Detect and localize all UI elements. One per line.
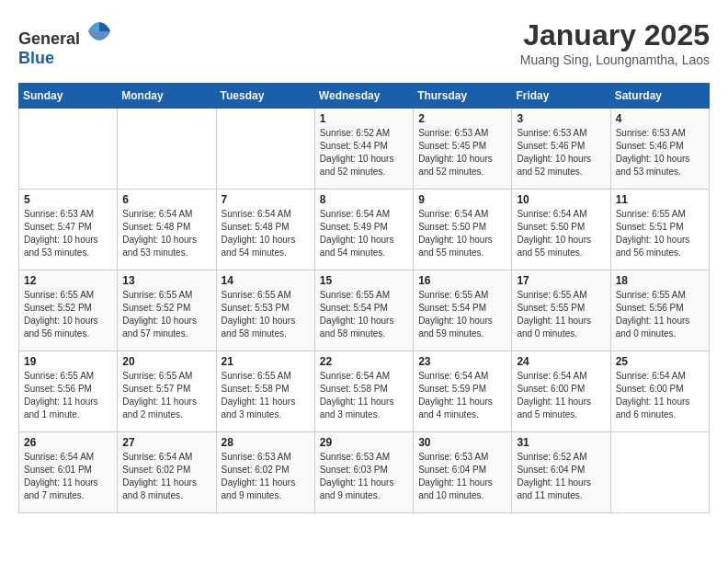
calendar-cell: 9Sunrise: 6:54 AM Sunset: 5:50 PM Daylig… [414, 190, 512, 270]
day-detail: Sunrise: 6:55 AM Sunset: 5:57 PM Dayligh… [122, 370, 210, 421]
day-header: Wednesday [314, 84, 413, 109]
logo-text-general: General [18, 29, 80, 48]
calendar-cell: 4Sunrise: 6:53 AM Sunset: 5:46 PM Daylig… [610, 109, 709, 190]
calendar-cell: 3Sunrise: 6:53 AM Sunset: 5:46 PM Daylig… [512, 109, 610, 190]
calendar-week-row: 19Sunrise: 6:55 AM Sunset: 5:56 PM Dayli… [19, 351, 710, 432]
day-detail: Sunrise: 6:53 AM Sunset: 5:46 PM Dayligh… [517, 127, 605, 178]
calendar-cell: 26Sunrise: 6:54 AM Sunset: 6:01 PM Dayli… [19, 432, 118, 513]
day-number: 22 [320, 355, 408, 368]
day-number: 14 [222, 274, 310, 287]
day-detail: Sunrise: 6:53 AM Sunset: 5:47 PM Dayligh… [24, 208, 112, 259]
day-detail: Sunrise: 6:55 AM Sunset: 5:55 PM Dayligh… [517, 289, 605, 340]
calendar-cell: 21Sunrise: 6:55 AM Sunset: 5:58 PM Dayli… [216, 351, 314, 432]
calendar-title: January 2025 [520, 18, 710, 52]
day-detail: Sunrise: 6:54 AM Sunset: 5:49 PM Dayligh… [320, 208, 408, 259]
day-number: 16 [418, 274, 506, 287]
day-number: 6 [122, 193, 210, 206]
day-number: 10 [517, 193, 605, 206]
day-detail: Sunrise: 6:54 AM Sunset: 6:01 PM Dayligh… [24, 451, 112, 502]
day-detail: Sunrise: 6:55 AM Sunset: 5:51 PM Dayligh… [616, 208, 704, 259]
day-header: Friday [512, 84, 610, 109]
day-detail: Sunrise: 6:55 AM Sunset: 5:58 PM Dayligh… [222, 370, 310, 421]
title-section: January 2025 Muang Sing, Loungnamtha, La… [520, 18, 710, 67]
calendar-subtitle: Muang Sing, Loungnamtha, Laos [520, 52, 710, 67]
calendar-cell: 7Sunrise: 6:54 AM Sunset: 5:48 PM Daylig… [216, 190, 314, 270]
day-detail: Sunrise: 6:53 AM Sunset: 5:45 PM Dayligh… [418, 127, 506, 178]
day-detail: Sunrise: 6:52 AM Sunset: 5:44 PM Dayligh… [320, 127, 408, 178]
day-detail: Sunrise: 6:53 AM Sunset: 6:03 PM Dayligh… [320, 451, 408, 502]
day-detail: Sunrise: 6:54 AM Sunset: 5:58 PM Dayligh… [320, 370, 408, 421]
calendar-cell: 17Sunrise: 6:55 AM Sunset: 5:55 PM Dayli… [512, 270, 610, 351]
calendar-cell [118, 109, 216, 190]
logo-text-blue: Blue [18, 49, 54, 67]
calendar-week-row: 5Sunrise: 6:53 AM Sunset: 5:47 PM Daylig… [19, 190, 710, 270]
calendar-week-row: 1Sunrise: 6:52 AM Sunset: 5:44 PM Daylig… [19, 109, 710, 190]
day-detail: Sunrise: 6:53 AM Sunset: 6:02 PM Dayligh… [222, 451, 310, 502]
calendar-cell: 20Sunrise: 6:55 AM Sunset: 5:57 PM Dayli… [118, 351, 216, 432]
day-detail: Sunrise: 6:54 AM Sunset: 5:48 PM Dayligh… [222, 208, 310, 259]
day-number: 23 [418, 355, 506, 368]
calendar-cell: 19Sunrise: 6:55 AM Sunset: 5:56 PM Dayli… [19, 351, 118, 432]
day-number: 7 [222, 193, 310, 206]
day-number: 9 [418, 193, 506, 206]
calendar-cell: 31Sunrise: 6:52 AM Sunset: 6:04 PM Dayli… [512, 432, 610, 513]
calendar-cell: 25Sunrise: 6:54 AM Sunset: 6:00 PM Dayli… [610, 351, 709, 432]
day-detail: Sunrise: 6:55 AM Sunset: 5:53 PM Dayligh… [222, 289, 310, 340]
calendar-cell: 2Sunrise: 6:53 AM Sunset: 5:45 PM Daylig… [414, 109, 512, 190]
day-header: Monday [118, 84, 216, 109]
calendar-cell: 29Sunrise: 6:53 AM Sunset: 6:03 PM Dayli… [314, 432, 413, 513]
calendar-cell [610, 432, 709, 513]
day-detail: Sunrise: 6:55 AM Sunset: 5:56 PM Dayligh… [24, 370, 112, 421]
calendar-cell: 30Sunrise: 6:53 AM Sunset: 6:04 PM Dayli… [414, 432, 512, 513]
calendar-cell [19, 109, 118, 190]
day-detail: Sunrise: 6:55 AM Sunset: 5:54 PM Dayligh… [320, 289, 408, 340]
day-number: 13 [122, 274, 210, 287]
day-header: Sunday [19, 84, 118, 109]
day-number: 29 [320, 436, 408, 449]
calendar-cell [216, 109, 314, 190]
day-number: 24 [517, 355, 605, 368]
day-detail: Sunrise: 6:55 AM Sunset: 5:52 PM Dayligh… [122, 289, 210, 340]
day-number: 18 [616, 274, 704, 287]
day-number: 31 [517, 436, 605, 449]
day-detail: Sunrise: 6:54 AM Sunset: 5:50 PM Dayligh… [418, 208, 506, 259]
day-number: 25 [616, 355, 704, 368]
calendar-cell: 28Sunrise: 6:53 AM Sunset: 6:02 PM Dayli… [216, 432, 314, 513]
day-detail: Sunrise: 6:53 AM Sunset: 5:46 PM Dayligh… [616, 127, 704, 178]
calendar-cell: 6Sunrise: 6:54 AM Sunset: 5:48 PM Daylig… [118, 190, 216, 270]
day-number: 17 [517, 274, 605, 287]
calendar-cell: 27Sunrise: 6:54 AM Sunset: 6:02 PM Dayli… [118, 432, 216, 513]
day-detail: Sunrise: 6:55 AM Sunset: 5:54 PM Dayligh… [418, 289, 506, 340]
day-detail: Sunrise: 6:54 AM Sunset: 6:02 PM Dayligh… [122, 451, 210, 502]
calendar-cell: 14Sunrise: 6:55 AM Sunset: 5:53 PM Dayli… [216, 270, 314, 351]
day-number: 11 [616, 193, 704, 206]
day-number: 5 [24, 193, 112, 206]
day-detail: Sunrise: 6:54 AM Sunset: 5:48 PM Dayligh… [122, 208, 210, 259]
day-detail: Sunrise: 6:54 AM Sunset: 5:59 PM Dayligh… [418, 370, 506, 421]
day-detail: Sunrise: 6:54 AM Sunset: 6:00 PM Dayligh… [616, 370, 704, 421]
day-number: 27 [122, 436, 210, 449]
calendar-cell: 22Sunrise: 6:54 AM Sunset: 5:58 PM Dayli… [314, 351, 413, 432]
calendar-cell: 24Sunrise: 6:54 AM Sunset: 6:00 PM Dayli… [512, 351, 610, 432]
calendar-cell: 1Sunrise: 6:52 AM Sunset: 5:44 PM Daylig… [314, 109, 413, 190]
day-detail: Sunrise: 6:54 AM Sunset: 6:00 PM Dayligh… [517, 370, 605, 421]
calendar-cell: 13Sunrise: 6:55 AM Sunset: 5:52 PM Dayli… [118, 270, 216, 351]
day-number: 26 [24, 436, 112, 449]
day-number: 20 [122, 355, 210, 368]
day-detail: Sunrise: 6:52 AM Sunset: 6:04 PM Dayligh… [517, 451, 605, 502]
day-header: Thursday [414, 84, 512, 109]
day-detail: Sunrise: 6:53 AM Sunset: 6:04 PM Dayligh… [418, 451, 506, 502]
logo-icon [86, 18, 112, 44]
calendar-cell: 8Sunrise: 6:54 AM Sunset: 5:49 PM Daylig… [314, 190, 413, 270]
header-row: SundayMondayTuesdayWednesdayThursdayFrid… [19, 84, 710, 109]
calendar-cell: 10Sunrise: 6:54 AM Sunset: 5:50 PM Dayli… [512, 190, 610, 270]
calendar-cell: 5Sunrise: 6:53 AM Sunset: 5:47 PM Daylig… [19, 190, 118, 270]
calendar-week-row: 26Sunrise: 6:54 AM Sunset: 6:01 PM Dayli… [19, 432, 710, 513]
calendar-cell: 18Sunrise: 6:55 AM Sunset: 5:56 PM Dayli… [610, 270, 709, 351]
calendar-cell: 16Sunrise: 6:55 AM Sunset: 5:54 PM Dayli… [414, 270, 512, 351]
day-number: 21 [222, 355, 310, 368]
day-number: 2 [418, 112, 506, 125]
calendar-cell: 11Sunrise: 6:55 AM Sunset: 5:51 PM Dayli… [610, 190, 709, 270]
day-header: Tuesday [216, 84, 314, 109]
calendar-cell: 15Sunrise: 6:55 AM Sunset: 5:54 PM Dayli… [314, 270, 413, 351]
